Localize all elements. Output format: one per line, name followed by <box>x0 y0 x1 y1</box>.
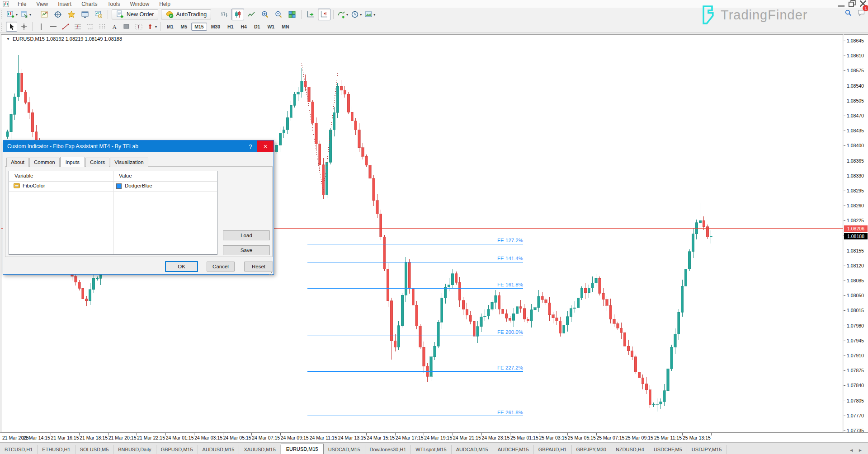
candlestick-chart-button[interactable] <box>231 9 244 20</box>
symbol-tab-audcad[interactable]: AUDCAD,M15 <box>452 445 493 454</box>
save-button[interactable]: Save <box>223 245 270 255</box>
timeframe-w1[interactable]: W1 <box>264 23 278 31</box>
arrows-button[interactable]: ▾ <box>145 22 158 32</box>
crosshair-button[interactable] <box>18 22 29 32</box>
tab-about[interactable]: About <box>6 158 29 167</box>
bar-chart-button[interactable] <box>218 9 231 20</box>
symbol-tab-solusd[interactable]: SOLUSD,M5 <box>75 445 114 454</box>
templates-button[interactable]: ▾ <box>363 9 376 20</box>
timeframe-m1[interactable]: M1 <box>164 23 177 31</box>
restore-button[interactable] <box>848 0 856 6</box>
symbol-tab-usdjpy[interactable]: USDJPY,M15 <box>687 445 726 454</box>
tab-inputs[interactable]: Inputs <box>60 157 85 167</box>
timeframe-mn[interactable]: MN <box>278 23 292 31</box>
dropdown-caret-icon[interactable]: ▾ <box>29 13 31 17</box>
search-icon[interactable] <box>844 9 852 17</box>
inputs-table[interactable]: Variable Value FiboColorDodgerBlue <box>9 171 217 255</box>
close-icon[interactable]: × <box>257 140 274 152</box>
grid-button[interactable] <box>96 22 108 32</box>
dropdown-caret-icon[interactable]: ▾ <box>16 13 18 17</box>
time-tick-label: 21 Mar 16:15 <box>51 435 79 440</box>
zoom-out-button[interactable] <box>272 9 285 20</box>
chart-shift-button[interactable] <box>318 9 330 20</box>
timeframe-m5[interactable]: M5 <box>178 23 191 31</box>
line-chart-button[interactable] <box>245 9 258 20</box>
new-order-button[interactable]: New Order <box>112 9 158 19</box>
text-button[interactable]: A <box>108 22 120 32</box>
dialog-titlebar[interactable]: Custom Indicator - Fibo Exp Assistant MT… <box>3 140 274 152</box>
label-button[interactable]: T <box>133 22 144 32</box>
menu-insert[interactable]: Insert <box>53 0 76 8</box>
menu-file[interactable]: File <box>13 0 31 8</box>
chevron-down-icon[interactable]: ▼ <box>6 37 10 41</box>
symbol-tab-gbpaud[interactable]: GBPAUD,H1 <box>534 445 572 454</box>
fibonacci-button[interactable]: f <box>72 22 83 32</box>
symbol-tab-audusd[interactable]: AUDUSD,M15 <box>198 445 240 454</box>
zoom-in-button[interactable] <box>259 9 271 20</box>
symbol-ohlc-text: EURUSD,M15 1.08192 1.08219 1.08149 1.081… <box>13 36 122 42</box>
cursor-button[interactable] <box>6 22 17 32</box>
time-axis[interactable]: 21 Mar 202521 Mar 14:1521 Mar 16:1521 Ma… <box>0 432 868 442</box>
data-window-button[interactable] <box>52 9 64 20</box>
cycle-lines-button[interactable] <box>84 22 95 32</box>
timeframe-h4[interactable]: H4 <box>238 23 250 31</box>
dropdown-caret-icon[interactable]: ▾ <box>360 13 362 17</box>
load-button[interactable]: Load <box>223 230 270 240</box>
menu-tools[interactable]: Tools <box>103 0 125 8</box>
symbol-tab-xauusd[interactable]: XAUUSD,M15 <box>239 445 280 454</box>
notifications[interactable]: 1 <box>858 9 865 19</box>
auto-scroll-button[interactable] <box>304 9 317 20</box>
profile-button[interactable]: ▾ <box>19 9 32 20</box>
symbol-tab-gbpusd[interactable]: GBPUSD,M15 <box>156 445 198 454</box>
autotrading-button[interactable]: AutoTrading <box>161 9 211 19</box>
menu-charts[interactable]: Charts <box>76 0 102 8</box>
cancel-button[interactable]: Cancel <box>207 262 235 271</box>
symbol-tab-dowjones30[interactable]: DowJones30,H1 <box>365 445 411 454</box>
navigator-button[interactable] <box>65 9 78 20</box>
vertical-line-button[interactable] <box>35 22 47 32</box>
new-chart-button[interactable]: ▾ <box>6 9 19 20</box>
symbol-tab-audchf[interactable]: AUDCHF,M15 <box>493 445 534 454</box>
terminal-button[interactable] <box>79 9 91 20</box>
timeframe-h1[interactable]: H1 <box>224 23 236 31</box>
periods-button[interactable]: ▾ <box>350 9 363 20</box>
timeframe-d1[interactable]: D1 <box>251 23 263 31</box>
symbol-tab-wti.spot[interactable]: WTI.spot,M15 <box>411 445 451 454</box>
shapes-button[interactable] <box>121 22 132 32</box>
ok-button[interactable]: OK <box>165 261 198 272</box>
menu-help[interactable]: Help <box>154 0 175 8</box>
dropdown-caret-icon[interactable]: ▾ <box>155 25 157 29</box>
horizontal-line-button[interactable] <box>47 22 59 32</box>
symbol-tab-btcusd[interactable]: BTCUSD,H1 <box>0 445 38 454</box>
symbol-tab-usdcad[interactable]: USDCAD,M15 <box>324 445 365 454</box>
strategy-tester-button[interactable] <box>92 9 105 20</box>
symbol-tab-eurusd[interactable]: EURUSD,M15 <box>281 444 324 454</box>
minimize-button[interactable] <box>837 0 845 6</box>
menu-window[interactable]: Window <box>125 0 155 8</box>
tab-visualization[interactable]: Visualization <box>110 158 148 167</box>
table-row[interactable]: FiboColorDodgerBlue <box>9 181 217 192</box>
symbol-tab-bnbusd[interactable]: BNBUSD,Daily <box>113 445 156 454</box>
price-tick-label: 1.07910 <box>847 353 864 358</box>
tab-common[interactable]: Common <box>29 158 60 167</box>
tab-scroll-right-icon[interactable]: ► <box>858 448 863 453</box>
price-tick-label: 1.08295 <box>847 188 864 193</box>
timeframe-m15[interactable]: M15 <box>191 23 207 31</box>
trendline-button[interactable] <box>60 22 71 32</box>
price-axis[interactable]: 1.086451.086101.085751.085401.085051.084… <box>844 34 868 432</box>
resize-grip-icon[interactable] <box>268 269 273 273</box>
market-watch-button[interactable] <box>38 9 51 20</box>
symbol-tab-gbpjpy[interactable]: GBPJPY,M30 <box>572 445 611 454</box>
symbol-tab-usdchf[interactable]: USDCHF,M5 <box>649 445 687 454</box>
tile-windows-button[interactable] <box>286 9 298 20</box>
tab-scroll-left-icon[interactable]: ◄ <box>849 448 854 453</box>
dropdown-caret-icon[interactable]: ▾ <box>373 13 375 17</box>
symbol-tab-nzdusd[interactable]: NZDUSD,H4 <box>611 445 649 454</box>
indicators-button[interactable]: ▾ <box>336 9 349 20</box>
tab-colors[interactable]: Colors <box>85 158 109 167</box>
dropdown-caret-icon[interactable]: ▾ <box>346 13 348 17</box>
menu-view[interactable]: View <box>31 0 53 8</box>
help-button[interactable]: ? <box>244 143 257 150</box>
timeframe-m30[interactable]: M30 <box>208 23 223 31</box>
symbol-tab-ethusd[interactable]: ETHUSD,H1 <box>38 445 75 454</box>
